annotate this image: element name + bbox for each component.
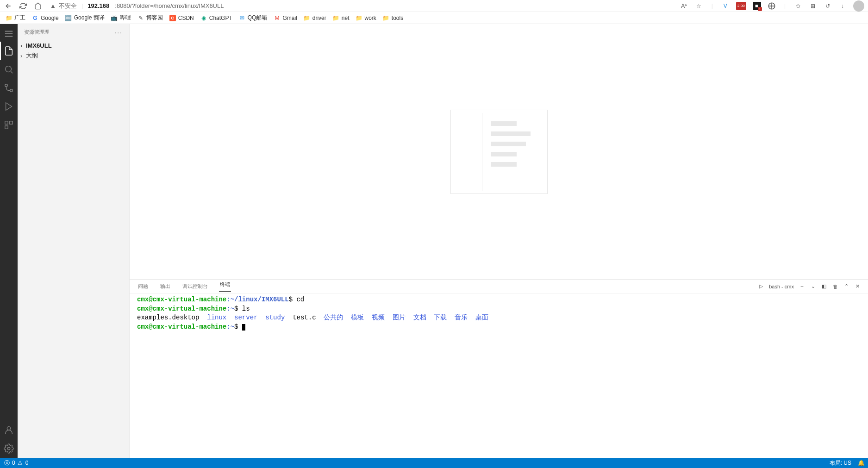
folder-icon: 📁 <box>356 15 362 21</box>
bookmark-item[interactable]: GGoogle <box>32 15 59 21</box>
close-panel-icon[interactable]: ✕ <box>854 283 861 290</box>
extensions-icon[interactable] <box>0 116 18 134</box>
url-ip: 192.168 <box>87 2 109 9</box>
editor-empty-state <box>130 24 868 279</box>
terminal-launch-icon[interactable]: ▷ <box>758 283 764 290</box>
empty-watermark-icon <box>450 110 548 194</box>
run-debug-icon[interactable] <box>0 97 18 116</box>
bookmark-item[interactable]: 📁广工 <box>6 14 25 22</box>
reading-mode-icon[interactable]: Aᵃ <box>680 2 688 10</box>
bookmark-item[interactable]: ◉ChatGPT <box>200 15 232 21</box>
chevron-right-icon: › <box>20 42 26 49</box>
bookmark-item[interactable]: 📁work <box>356 15 376 21</box>
file-tree: ›IMX6ULL ›大纲 <box>18 40 129 61</box>
warning-count[interactable]: 0 <box>25 460 29 466</box>
sidebar-more-icon[interactable]: ··· <box>114 29 123 36</box>
svg-rect-4 <box>5 121 8 124</box>
csdn-icon: C <box>169 15 176 21</box>
tab-terminal[interactable]: 终端 <box>219 281 231 292</box>
security-label: 不安全 <box>59 2 77 10</box>
new-terminal-icon[interactable]: ＋ <box>799 283 805 290</box>
address-bar[interactable]: ▲ 不安全 | 192.168 :8080/?folder=/home/cmx/… <box>50 2 224 10</box>
svg-rect-5 <box>10 121 12 124</box>
extensions-icon[interactable] <box>768 2 776 10</box>
shell-label[interactable]: bash - cmx <box>769 284 794 289</box>
bookmark-item[interactable]: ✎博客园 <box>137 14 163 22</box>
bookmark-item[interactable]: 📁tools <box>383 15 403 21</box>
folder-icon: 📁 <box>333 15 339 21</box>
account-icon[interactable] <box>0 421 18 439</box>
bookmark-item[interactable]: MGmail <box>274 15 297 21</box>
cnblogs-icon: ✎ <box>137 15 144 21</box>
editor-area: 问题 输出 调试控制台 终端 ▷ bash - cmx ＋ ⌄ ◧ 🗑 ⌃ ✕ … <box>130 24 868 458</box>
sidebar-explorer: 资源管理理 ··· ›IMX6ULL ›大纲 <box>18 24 130 458</box>
panel-actions: ▷ bash - cmx ＋ ⌄ ◧ 🗑 ⌃ ✕ <box>758 283 861 290</box>
qqmail-icon: ✉ <box>239 15 245 21</box>
split-terminal-icon[interactable]: ◧ <box>821 283 827 290</box>
profile-avatar[interactable] <box>853 0 864 12</box>
bookmark-item[interactable]: 📺哔哩 <box>111 14 131 22</box>
chevron-down-icon[interactable]: ⌄ <box>810 283 816 290</box>
google-translate-icon: 🔤 <box>65 15 72 21</box>
menu-icon[interactable] <box>0 26 18 42</box>
security-warning-icon: ▲ <box>50 2 56 9</box>
status-bar: ⓧ0 ⚠0 布局: US 🔔 <box>0 458 868 468</box>
history-icon[interactable]: ↺ <box>824 2 832 10</box>
feedback-bell-icon[interactable]: 🔔 <box>858 460 864 466</box>
explorer-icon[interactable] <box>0 42 18 60</box>
svg-rect-6 <box>5 126 8 129</box>
tab-debug-console[interactable]: 调试控制台 <box>181 283 209 290</box>
error-count[interactable]: 0 <box>12 460 15 466</box>
folder-icon: 📁 <box>6 15 12 21</box>
tree-folder-root[interactable]: ›IMX6ULL <box>18 40 129 50</box>
bookmarks-bar: 📁广工 GGoogle 🔤Google 翻译 📺哔哩 ✎博客园 CCSDN ◉C… <box>0 12 868 24</box>
tree-section-outline[interactable]: ›大纲 <box>18 50 129 61</box>
extension-veee-icon[interactable]: V <box>721 2 730 10</box>
bilibili-icon: 📺 <box>111 15 118 21</box>
extension-notifier-badge[interactable]: ◼ <box>753 2 761 10</box>
maximize-panel-icon[interactable]: ⌃ <box>843 283 849 290</box>
bookmark-item[interactable]: 🔤Google 翻译 <box>65 14 105 22</box>
downloads-icon[interactable]: ↓ <box>838 2 847 10</box>
settings-gear-icon[interactable] <box>0 439 18 458</box>
bookmark-item[interactable]: ✉QQ邮箱 <box>239 14 268 22</box>
search-icon[interactable] <box>0 60 18 79</box>
favorites-icon[interactable]: ✩ <box>794 2 802 10</box>
activity-bar <box>0 24 18 458</box>
svg-point-3 <box>10 89 13 92</box>
terminal-content[interactable]: cmx@cmx-virtual-machine:~/linux/IMX6ULL$… <box>130 293 868 458</box>
collections-icon[interactable]: ⊞ <box>809 2 817 10</box>
folder-icon: 📁 <box>304 15 310 21</box>
gmail-icon: M <box>274 15 280 21</box>
bottom-panel: 问题 输出 调试控制台 终端 ▷ bash - cmx ＋ ⌄ ◧ 🗑 ⌃ ✕ … <box>130 279 868 458</box>
browser-toolbar: ▲ 不安全 | 192.168 :8080/?folder=/home/cmx/… <box>0 0 868 12</box>
svg-point-8 <box>7 447 10 450</box>
bookmark-item[interactable]: CCSDN <box>169 15 194 21</box>
back-button[interactable] <box>4 1 13 11</box>
error-icon[interactable]: ⓧ <box>4 460 10 466</box>
url-path: :8080/?folder=/home/cmx/linux/IMX6ULL <box>115 2 224 9</box>
svg-point-2 <box>5 84 8 87</box>
browser-right-controls: Aᵃ ☆ | V 2.00 ◼ | ✩ ⊞ ↺ ↓ <box>680 0 864 12</box>
bookmark-item[interactable]: 📁driver <box>304 15 326 21</box>
refresh-button[interactable] <box>19 1 28 11</box>
warning-icon[interactable]: ⚠ <box>17 460 24 466</box>
star-outline-icon[interactable]: ☆ <box>695 2 703 10</box>
sidebar-header: 资源管理理 ··· <box>18 24 129 40</box>
svg-point-7 <box>7 427 10 430</box>
chatgpt-icon: ◉ <box>200 15 207 21</box>
keyboard-layout[interactable]: 布局: US <box>830 459 851 467</box>
source-control-icon[interactable] <box>0 79 18 97</box>
home-button[interactable] <box>33 1 43 11</box>
svg-point-1 <box>6 66 12 72</box>
panel-tabs: 问题 输出 调试控制台 终端 ▷ bash - cmx ＋ ⌄ ◧ 🗑 ⌃ ✕ <box>130 280 868 293</box>
folder-icon: 📁 <box>383 15 389 21</box>
extension-youtube-badge[interactable]: 2.00 <box>736 2 746 10</box>
tab-output[interactable]: 输出 <box>159 283 171 290</box>
google-icon: G <box>32 15 38 21</box>
chevron-right-icon: › <box>20 52 26 59</box>
vscode-window: 资源管理理 ··· ›IMX6ULL ›大纲 问题 <box>0 24 868 458</box>
tab-problems[interactable]: 问题 <box>137 283 149 290</box>
trash-icon[interactable]: 🗑 <box>832 283 838 290</box>
bookmark-item[interactable]: 📁net <box>333 15 350 21</box>
